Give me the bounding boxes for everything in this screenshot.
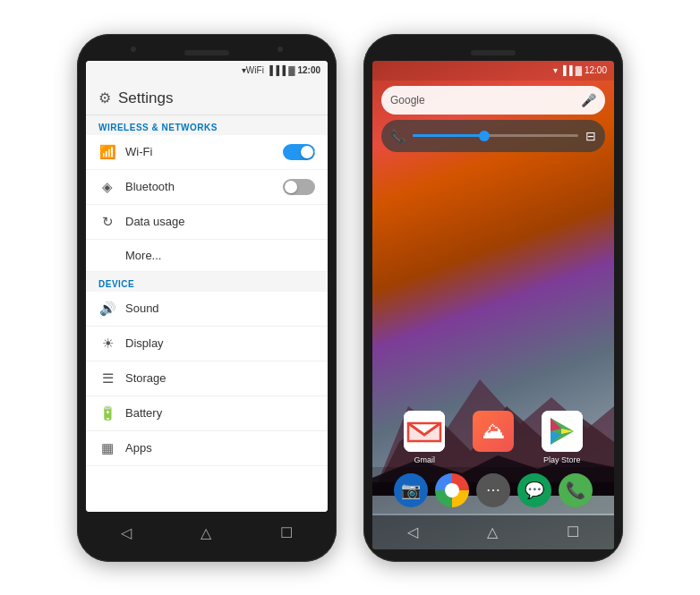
home-status-bar: ▾ ▐▐ ▓ 12:00 bbox=[372, 61, 614, 81]
settings-header: ⚙ Settings bbox=[86, 81, 328, 115]
home-recent-button[interactable]: ☐ bbox=[567, 523, 579, 540]
home-dock: 📷 ⋯ 💬 📞 bbox=[372, 467, 614, 514]
status-bar: ▾WiFi ▐▐▐ ▓ 12:00 bbox=[86, 61, 328, 81]
battery-label: Battery bbox=[125, 406, 315, 420]
home-time: 12:00 bbox=[585, 65, 607, 75]
google-search-bar[interactable]: Google 🎤 bbox=[381, 86, 605, 115]
volume-fill bbox=[413, 134, 487, 137]
bluetooth-label: Bluetooth bbox=[125, 180, 274, 193]
playstore-icon bbox=[542, 411, 583, 452]
app-grid: Gmail ⛰ bbox=[372, 411, 614, 464]
section-device: DEVICE bbox=[86, 272, 328, 292]
photos-icon: ⛰ bbox=[473, 411, 514, 452]
phone-dot-left bbox=[131, 47, 136, 52]
google-text: Google bbox=[390, 94, 576, 106]
volume-thumb[interactable] bbox=[479, 131, 490, 141]
dock-phone[interactable]: 📞 bbox=[559, 473, 593, 507]
settings-item-storage[interactable]: ☰ Storage bbox=[86, 361, 328, 396]
sound-icon: 🔊 bbox=[98, 301, 116, 317]
bluetooth-toggle-label: Off bbox=[90, 183, 100, 191]
chrome-center bbox=[445, 483, 459, 497]
phone-dot-right bbox=[277, 47, 283, 52]
settings-item-battery[interactable]: 🔋 Battery bbox=[86, 396, 328, 431]
settings-item-data[interactable]: ↻ Data usage bbox=[86, 205, 328, 240]
dock-camera[interactable]: 📷 bbox=[394, 473, 428, 507]
section-wireless: WIRELESS & NETWORKS bbox=[86, 115, 328, 135]
phone-home: ▾ ▐▐ ▓ 12:00 Google 🎤 📞 ⊟ bbox=[363, 34, 623, 562]
battery-icon: 🔋 bbox=[98, 405, 116, 421]
apps-grid-icon: ⋯ bbox=[486, 481, 500, 498]
display-icon: ☀ bbox=[98, 336, 116, 352]
volume-icon: 📞 bbox=[390, 129, 405, 143]
mic-icon[interactable]: 🎤 bbox=[581, 93, 596, 107]
bluetooth-toggle-knob bbox=[285, 181, 297, 193]
settings-title: Settings bbox=[118, 89, 173, 107]
playstore-label: Play Store bbox=[543, 455, 581, 464]
storage-label: Storage bbox=[125, 371, 315, 385]
home-screen: ▾ ▐▐ ▓ 12:00 Google 🎤 📞 ⊟ bbox=[372, 61, 614, 549]
recent-button[interactable]: ☐ bbox=[280, 524, 293, 541]
gmail-icon bbox=[404, 411, 445, 452]
settings-item-sound[interactable]: 🔊 Sound bbox=[86, 292, 328, 327]
signal-icon: ▐▐▐ bbox=[267, 65, 286, 75]
dock-hangouts[interactable]: 💬 bbox=[517, 473, 551, 507]
more-label: More... bbox=[125, 249, 315, 262]
volume-settings-icon[interactable]: ⊟ bbox=[585, 129, 596, 143]
settings-item-wifi[interactable]: 📶 Wi-Fi On bbox=[86, 135, 328, 170]
volume-slider[interactable] bbox=[413, 134, 578, 137]
wifi-label: Wi-Fi bbox=[125, 145, 274, 158]
home-back-button[interactable]: ◁ bbox=[407, 523, 418, 540]
bluetooth-toggle[interactable]: Off bbox=[283, 179, 315, 195]
nav-bar-settings: ◁ △ ☐ bbox=[86, 517, 328, 549]
back-button[interactable]: ◁ bbox=[121, 524, 132, 541]
app-icon-photos[interactable]: ⛰ bbox=[473, 411, 514, 464]
hangouts-icon: 💬 bbox=[525, 480, 544, 500]
wifi-icon: ▾WiFi bbox=[242, 65, 264, 75]
app-icon-gmail[interactable]: Gmail bbox=[404, 411, 445, 464]
home-nav-bar: ◁ △ ☐ bbox=[372, 515, 614, 549]
volume-row: 📞 ⊟ bbox=[381, 120, 605, 152]
data-label: Data usage bbox=[125, 215, 315, 228]
dock-apps[interactable]: ⋯ bbox=[476, 473, 510, 507]
sound-label: Sound bbox=[125, 302, 315, 315]
dock-chrome[interactable] bbox=[435, 473, 469, 507]
gmail-label: Gmail bbox=[414, 455, 436, 464]
settings-item-apps[interactable]: ▦ Apps bbox=[86, 431, 328, 466]
settings-list: WIRELESS & NETWORKS 📶 Wi-Fi On ◈ Bluetoo… bbox=[86, 115, 328, 512]
settings-item-bluetooth[interactable]: ◈ Bluetooth Off bbox=[86, 170, 328, 205]
settings-item-display[interactable]: ☀ Display bbox=[86, 327, 328, 361]
battery-icon: ▓ bbox=[288, 65, 295, 75]
apps-label: Apps bbox=[125, 441, 315, 455]
phone-icon: 📞 bbox=[566, 480, 585, 500]
wifi-toggle[interactable]: On bbox=[283, 144, 315, 160]
apps-icon: ▦ bbox=[98, 440, 116, 456]
home-signal-icon: ▐▐ bbox=[560, 65, 573, 75]
time-display: 12:00 bbox=[297, 65, 320, 75]
wifi-toggle-label: On bbox=[314, 148, 324, 156]
storage-icon: ☰ bbox=[98, 370, 116, 387]
settings-screen: ▾WiFi ▐▐▐ ▓ 12:00 ⚙ Settings WIRELESS & … bbox=[86, 61, 328, 512]
wifi-icon: 📶 bbox=[98, 144, 116, 160]
data-icon: ↻ bbox=[98, 214, 116, 230]
home-button[interactable]: △ bbox=[201, 524, 211, 541]
display-label: Display bbox=[125, 336, 315, 350]
bluetooth-icon: ◈ bbox=[98, 179, 116, 195]
home-wifi-icon: ▾ bbox=[553, 65, 558, 75]
settings-item-more[interactable]: More... bbox=[86, 240, 328, 272]
phone-settings: ▾WiFi ▐▐▐ ▓ 12:00 ⚙ Settings WIRELESS & … bbox=[77, 34, 337, 562]
settings-gear-icon: ⚙ bbox=[98, 89, 111, 106]
camera-icon: 📷 bbox=[401, 480, 421, 500]
app-icon-playstore[interactable]: Play Store bbox=[542, 411, 583, 464]
wifi-toggle-knob bbox=[301, 146, 313, 158]
home-battery-icon: ▓ bbox=[576, 65, 582, 75]
home-home-button[interactable]: △ bbox=[487, 523, 498, 540]
